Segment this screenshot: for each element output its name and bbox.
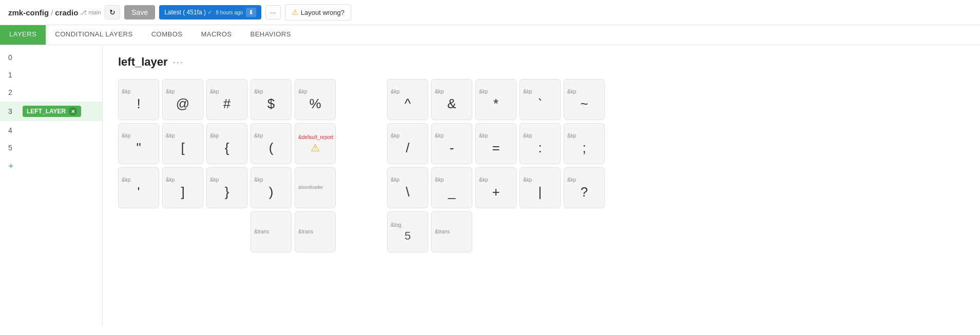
- key-left-14[interactable]: &bootloader: [295, 167, 336, 208]
- key-left-11[interactable]: &kp ]: [162, 167, 203, 208]
- latest-button[interactable]: Latest ( 451fa ) ✓ 8 hours ago ⬇: [159, 5, 261, 19]
- download-icon[interactable]: ⬇: [246, 8, 256, 17]
- keys-section: &kp ! &kp @ &kp # &kp $ &kp %: [118, 79, 965, 252]
- warning-icon: ⚠: [292, 8, 298, 17]
- refresh-button[interactable]: ↻: [105, 5, 120, 19]
- branch-wrap: ⎇ main: [80, 9, 101, 16]
- key-right-3[interactable]: &kp `: [520, 79, 561, 120]
- key-left-1[interactable]: &kp @: [162, 79, 203, 120]
- key-left-12[interactable]: &kp }: [206, 167, 247, 208]
- key-left-10[interactable]: &kp ': [118, 167, 159, 208]
- latest-label: Latest ( 451fa ) ✓: [164, 9, 213, 16]
- key-right-1[interactable]: &kp &: [431, 79, 472, 120]
- layer-item-4[interactable]: 4: [0, 122, 102, 139]
- key-right-4[interactable]: &kp ~: [564, 79, 605, 120]
- layer-item-2[interactable]: 2: [0, 84, 102, 101]
- key-right-13[interactable]: &kp |: [520, 167, 561, 208]
- keys-spacer: [356, 79, 367, 252]
- key-right-19: [564, 211, 605, 252]
- key-left-13[interactable]: &kp ): [251, 167, 292, 208]
- key-left-9[interactable]: &default_report ⚠: [295, 123, 336, 164]
- key-left-17: [206, 211, 247, 252]
- latest-sub: 8 hours ago: [216, 10, 243, 15]
- key-right-17: [475, 211, 516, 252]
- layer-close-button[interactable]: ✕: [69, 107, 77, 115]
- key-left-7[interactable]: &kp {: [206, 123, 247, 164]
- layer-name: left_layer: [118, 55, 168, 69]
- check-icon: ✓: [207, 9, 213, 16]
- key-right-2[interactable]: &kp *: [475, 79, 516, 120]
- key-right-16[interactable]: &trans: [431, 211, 472, 252]
- layer-label-left: LEFT_LAYER ✕: [23, 106, 81, 117]
- tab-layers[interactable]: LAYERS: [0, 25, 46, 45]
- header-slash: /: [51, 8, 53, 17]
- key-right-15[interactable]: &tog 5: [387, 211, 428, 252]
- add-layer-button[interactable]: +: [0, 157, 102, 176]
- key-right-12[interactable]: &kp +: [475, 167, 516, 208]
- key-left-8[interactable]: &kp (: [251, 123, 292, 164]
- key-left-15: [118, 211, 159, 252]
- left-keys-group: &kp ! &kp @ &kp # &kp $ &kp %: [118, 79, 336, 252]
- nav-tabs: LAYERS CONDITIONAL LAYERS COMBOS MACROS …: [0, 25, 980, 45]
- key-left-4[interactable]: &kp %: [295, 79, 336, 120]
- header-title: zmk-config / cradio ⎇ main: [8, 8, 101, 17]
- more-button[interactable]: ···: [265, 5, 281, 19]
- right-keys-group: &kp ^ &kp & &kp * &kp ` &kp ~: [387, 79, 605, 252]
- key-left-5[interactable]: &kp ": [118, 123, 159, 164]
- key-left-6[interactable]: &kp [: [162, 123, 203, 164]
- branch-icon: ⎇ main: [80, 9, 101, 16]
- key-right-14[interactable]: &kp ?: [564, 167, 605, 208]
- key-left-0[interactable]: &kp !: [118, 79, 159, 120]
- key-left-2[interactable]: &kp #: [206, 79, 247, 120]
- layer-item-1[interactable]: 1: [0, 67, 102, 83]
- key-left-3[interactable]: &kp $: [251, 79, 292, 120]
- branch-name: main: [88, 9, 101, 15]
- key-left-16: [162, 211, 203, 252]
- key-right-5[interactable]: &kp /: [387, 123, 428, 164]
- key-right-6[interactable]: &kp -: [431, 123, 472, 164]
- layer-item-5[interactable]: 5: [0, 140, 102, 156]
- project-name[interactable]: cradio: [55, 8, 78, 17]
- tab-conditional-layers[interactable]: CONDITIONAL LAYERS: [46, 25, 142, 45]
- key-right-11[interactable]: &kp _: [431, 167, 472, 208]
- layer-header: left_layer ···: [118, 55, 965, 69]
- key-right-8[interactable]: &kp :: [520, 123, 561, 164]
- main-layout: 0 1 2 3 LEFT_LAYER ✕ 4 5 + left_layer ··…: [0, 45, 980, 326]
- key-right-0[interactable]: &kp ^: [387, 79, 428, 120]
- repo-name[interactable]: zmk-config: [8, 8, 49, 17]
- sidebar: 0 1 2 3 LEFT_LAYER ✕ 4 5 +: [0, 45, 103, 326]
- refresh-icon: ↻: [109, 8, 116, 16]
- tab-combos[interactable]: COMBOS: [142, 25, 192, 45]
- key-right-7[interactable]: &kp =: [475, 123, 516, 164]
- layout-wrong-button[interactable]: ⚠ Layout wrong?: [285, 4, 351, 21]
- save-button[interactable]: Save: [124, 5, 155, 19]
- tab-behaviors[interactable]: BEHAVIORS: [241, 25, 300, 45]
- key-right-18: [520, 211, 561, 252]
- key-right-9[interactable]: &kp ;: [564, 123, 605, 164]
- layer-item-3[interactable]: 3 LEFT_LAYER ✕: [0, 102, 102, 121]
- header: zmk-config / cradio ⎇ main ↻ Save Latest…: [0, 0, 980, 25]
- layer-dots[interactable]: ···: [173, 57, 184, 68]
- key-right-10[interactable]: &kp \: [387, 167, 428, 208]
- layer-item-0[interactable]: 0: [0, 49, 102, 66]
- key-left-19[interactable]: &trans: [295, 211, 336, 252]
- tab-macros[interactable]: MACROS: [191, 25, 241, 45]
- key-area: left_layer ··· &kp ! &kp @ &kp #: [103, 45, 980, 326]
- key-left-18[interactable]: &trans: [251, 211, 292, 252]
